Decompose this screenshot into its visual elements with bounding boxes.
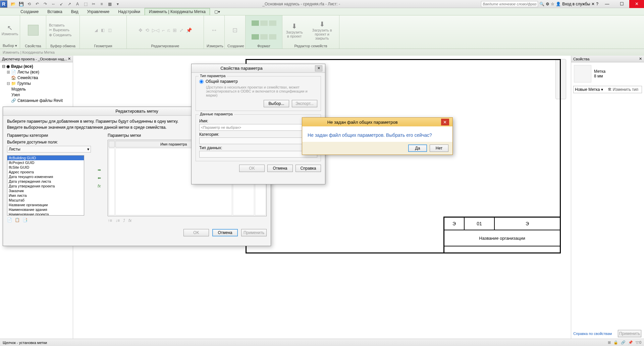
align-mid-icon[interactable] — [260, 34, 268, 40]
star-icon[interactable]: ☆ — [551, 2, 554, 6]
mirror-icon[interactable]: ▷◁ — [152, 27, 159, 33]
project-browser-tree[interactable]: ⊟◉ Виды (все) ⊞📄 Листы (все) 🏠 Семейства… — [0, 62, 73, 105]
align-right-icon[interactable] — [269, 20, 276, 26]
yes-button[interactable]: Да — [408, 145, 427, 152]
tree-views[interactable]: Виды (все) — [11, 64, 33, 69]
tree-detail[interactable]: Узел — [11, 92, 20, 98]
join-geom-icon[interactable]: ◫ — [108, 28, 112, 33]
infocenter-icon[interactable]: 🔍 — [539, 2, 544, 6]
properties-close-icon[interactable]: ✕ — [639, 57, 642, 61]
no-button[interactable]: Нет — [430, 145, 448, 152]
align-center-icon[interactable] — [260, 20, 268, 26]
tab-manage[interactable]: Управление — [83, 8, 114, 15]
cut-button[interactable]: ✂ Вырезать — [49, 28, 69, 32]
switch-windows-icon[interactable]: ▾ — [114, 1, 121, 7]
tree-model[interactable]: Модель — [11, 86, 26, 92]
worksets-icon[interactable]: ⊞ — [608, 340, 611, 345]
login-icon[interactable]: 👤 — [556, 2, 561, 6]
add-param-icon[interactable]: ➡ — [98, 168, 101, 172]
app-menu-icon[interactable]: R — [0, 0, 7, 8]
edit-param-icon[interactable]: 📋 — [15, 218, 20, 222]
list-item[interactable]: Наименование здания — [7, 207, 84, 212]
tab-view[interactable]: Вид — [67, 8, 83, 15]
split-icon[interactable]: ⎌ — [167, 27, 170, 33]
help-button[interactable]: Справка — [296, 165, 321, 172]
chevron-down-icon[interactable]: ▾ — [87, 147, 89, 152]
available-fields-list[interactable]: IfcBuilding GUID IfcProject GUID IfcSite… — [7, 155, 84, 216]
text-icon[interactable]: A — [74, 1, 81, 7]
tree-links[interactable]: Связанные файлы Revit — [17, 98, 63, 104]
list-item[interactable]: Имя листа — [7, 193, 84, 198]
undo-icon[interactable]: ↶ — [34, 1, 41, 7]
fx-icon[interactable]: fx — [98, 184, 101, 188]
list-item[interactable]: Дата утверждения проекта — [7, 184, 84, 188]
help-icon[interactable]: ? — [596, 2, 598, 6]
tree-sheets[interactable]: Листы (все) — [17, 69, 39, 75]
create-icon[interactable]: ⊡ — [232, 26, 237, 34]
break-icon[interactable]: ⤴ — [123, 218, 125, 223]
align-top-icon[interactable] — [252, 34, 259, 40]
chevron-down-icon[interactable]: ▾ — [601, 87, 603, 92]
pin-icon[interactable]: 📌 — [186, 27, 192, 33]
remove-param-icon[interactable]: ⬅ — [98, 176, 101, 180]
editable-only-icon[interactable]: 🔒 — [613, 340, 618, 345]
tab-collapse-icon[interactable]: ▢▾ — [210, 8, 224, 15]
rotate-icon[interactable]: ⟲ — [145, 27, 149, 33]
alert-close-icon[interactable]: ✕ — [441, 119, 449, 125]
load-close-button[interactable]: ⬇Загрузить в проект и закрыть — [308, 20, 336, 40]
apply-button[interactable]: Применить — [241, 229, 267, 236]
thin-lines-icon[interactable]: ≡ — [98, 1, 105, 7]
list-item[interactable]: Название организации — [7, 203, 84, 207]
scale-icon[interactable]: ⤢ — [179, 27, 183, 33]
paste-button[interactable]: Вставить — [49, 23, 65, 27]
array-icon[interactable]: ⊞ — [173, 27, 177, 33]
tab-modify-label[interactable]: Изменить | Координаты Метка — [145, 8, 210, 15]
project-browser-close-icon[interactable]: ✕ — [68, 57, 71, 61]
measure-icon[interactable]: ↔ — [211, 26, 218, 34]
properties-apply-button[interactable]: Применить — [618, 330, 641, 337]
tab-insert[interactable]: Вставка — [43, 8, 67, 15]
tab-addins[interactable]: Надстройки — [114, 8, 145, 15]
cancel-button[interactable]: Отмена — [267, 165, 293, 172]
maximize-button[interactable]: ☐ — [614, 0, 629, 8]
align-bot-icon[interactable] — [269, 34, 276, 40]
ok-button[interactable]: OK — [183, 229, 209, 236]
cancel-button[interactable]: Отмена — [212, 229, 238, 236]
export-button[interactable]: Экспорт... — [292, 100, 317, 107]
cope-icon[interactable]: ◢ — [95, 28, 98, 33]
save-icon[interactable]: 💾 — [17, 1, 25, 7]
tree-families[interactable]: Семейства — [17, 75, 38, 81]
new-param-icon[interactable]: 📄 — [7, 218, 12, 222]
list-item[interactable]: Масштаб — [7, 198, 84, 203]
field-source-combo[interactable]: Листы — [9, 147, 20, 152]
open-icon[interactable]: 📂 — [9, 1, 17, 7]
move-up-icon[interactable]: ↑≡ — [108, 218, 112, 223]
tab-create[interactable]: Создание — [16, 8, 43, 15]
trim-icon[interactable]: ⌐ — [162, 27, 165, 33]
ok-button[interactable]: OK — [239, 165, 265, 172]
list-item[interactable]: IfcBuilding GUID — [7, 156, 84, 160]
search-input[interactable] — [481, 1, 538, 7]
tree-groups[interactable]: Группы — [17, 81, 31, 86]
filter-icon[interactable]: ▽:0 — [636, 340, 641, 345]
keyshot-icon[interactable]: ⚙ — [546, 2, 549, 6]
type-selector[interactable]: Новые Метка — [575, 87, 600, 92]
minimize-button[interactable]: — — [600, 0, 614, 8]
list-item[interactable]: Адрес проекта — [7, 170, 84, 174]
shared-param-radio[interactable] — [199, 79, 204, 84]
list-item[interactable]: IfcSite GUID — [7, 165, 84, 170]
login-label[interactable]: Вход в службы — [562, 2, 590, 6]
redo-icon[interactable]: ↷ — [42, 1, 49, 7]
dim-icon[interactable]: ↗ — [66, 1, 73, 7]
properties-help-link[interactable]: Справка по свойствам — [573, 332, 612, 336]
properties-icon[interactable] — [28, 25, 39, 36]
view3d-icon[interactable]: ⬚ — [82, 1, 89, 7]
list-item[interactable]: Дата утверждения листа — [7, 179, 84, 184]
close-hidden-icon[interactable]: ▦ — [106, 1, 113, 7]
move-down-icon[interactable]: ↓≡ — [115, 218, 120, 223]
measure-icon[interactable]: ↔ — [50, 1, 57, 7]
align-icon[interactable]: ↙ — [58, 1, 65, 7]
list-item[interactable]: Наименование проекта — [7, 212, 84, 216]
join-button[interactable]: ⊕ Соединить — [49, 33, 72, 37]
select-links-icon[interactable]: 🔗 — [621, 340, 626, 345]
